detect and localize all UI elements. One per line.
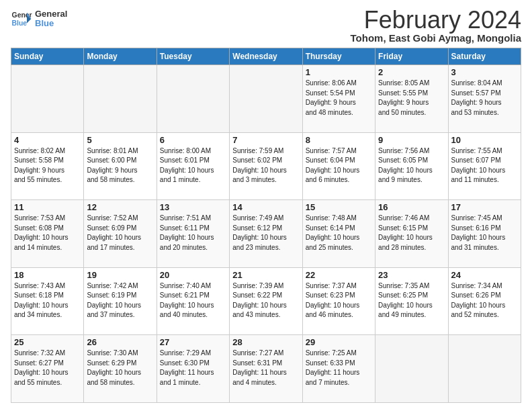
calendar-day-header: Friday [375, 48, 448, 65]
header: General Blue General Blue February 2024 … [11, 8, 521, 44]
day-number: 11 [14, 202, 81, 212]
svg-text:Blue: Blue [12, 19, 28, 27]
calendar-day-header: Wednesday [230, 48, 302, 65]
day-info: Sunrise: 7:52 AM Sunset: 6:09 PM Dayligh… [87, 214, 153, 253]
calendar-cell: 11Sunrise: 7:53 AM Sunset: 6:08 PM Dayli… [11, 200, 84, 268]
title-block: February 2024 Tohom, East Gobi Aymag, Mo… [351, 8, 521, 44]
calendar-cell: 18Sunrise: 7:43 AM Sunset: 6:18 PM Dayli… [11, 267, 84, 335]
day-info: Sunrise: 8:02 AM Sunset: 5:58 PM Dayligh… [14, 146, 81, 185]
logo: General Blue General Blue [11, 8, 67, 30]
day-number: 18 [14, 270, 81, 280]
calendar-cell: 23Sunrise: 7:35 AM Sunset: 6:25 PM Dayli… [375, 267, 448, 335]
day-info: Sunrise: 7:45 AM Sunset: 6:16 PM Dayligh… [451, 214, 518, 253]
day-info: Sunrise: 7:56 AM Sunset: 6:05 PM Dayligh… [378, 146, 445, 185]
day-number: 25 [14, 337, 81, 347]
calendar-day-header: Thursday [302, 48, 375, 65]
calendar-day-header: Saturday [448, 48, 521, 65]
calendar-cell: 1Sunrise: 8:06 AM Sunset: 5:54 PM Daylig… [302, 65, 375, 133]
day-number: 20 [160, 270, 226, 280]
calendar-cell: 13Sunrise: 7:51 AM Sunset: 6:11 PM Dayli… [157, 200, 229, 268]
day-number: 3 [451, 67, 518, 77]
day-number: 7 [232, 135, 299, 145]
day-info: Sunrise: 7:43 AM Sunset: 6:18 PM Dayligh… [14, 281, 81, 320]
calendar-day-header: Monday [84, 48, 157, 65]
calendar-cell: 5Sunrise: 8:01 AM Sunset: 6:00 PM Daylig… [84, 132, 157, 200]
day-number: 26 [87, 337, 153, 347]
main-title: February 2024 [351, 8, 521, 32]
day-info: Sunrise: 7:32 AM Sunset: 6:27 PM Dayligh… [14, 349, 81, 387]
calendar-day-header: Tuesday [157, 48, 229, 65]
day-info: Sunrise: 7:29 AM Sunset: 6:30 PM Dayligh… [160, 349, 226, 387]
day-number: 23 [378, 270, 445, 280]
calendar-cell: 26Sunrise: 7:30 AM Sunset: 6:29 PM Dayli… [84, 335, 157, 403]
day-info: Sunrise: 7:55 AM Sunset: 6:07 PM Dayligh… [451, 146, 518, 185]
day-number: 28 [232, 337, 299, 347]
calendar-cell: 20Sunrise: 7:40 AM Sunset: 6:21 PM Dayli… [157, 267, 229, 335]
day-info: Sunrise: 7:57 AM Sunset: 6:04 PM Dayligh… [306, 146, 372, 185]
calendar-cell: 2Sunrise: 8:05 AM Sunset: 5:55 PM Daylig… [375, 65, 448, 133]
day-number: 8 [306, 135, 372, 145]
day-number: 17 [451, 202, 518, 212]
day-info: Sunrise: 8:06 AM Sunset: 5:54 PM Dayligh… [306, 79, 372, 118]
day-info: Sunrise: 7:30 AM Sunset: 6:29 PM Dayligh… [87, 349, 153, 387]
day-number: 2 [378, 67, 445, 77]
calendar-cell [448, 335, 521, 403]
day-number: 5 [87, 135, 153, 145]
calendar-cell: 4Sunrise: 8:02 AM Sunset: 5:58 PM Daylig… [11, 132, 84, 200]
calendar-header-row: SundayMondayTuesdayWednesdayThursdayFrid… [11, 48, 521, 65]
calendar-week-row: 1Sunrise: 8:06 AM Sunset: 5:54 PM Daylig… [11, 65, 521, 133]
calendar-cell [157, 65, 229, 133]
calendar-week-row: 18Sunrise: 7:43 AM Sunset: 6:18 PM Dayli… [11, 267, 521, 335]
calendar-cell [375, 335, 448, 403]
calendar-week-row: 4Sunrise: 8:02 AM Sunset: 5:58 PM Daylig… [11, 132, 521, 200]
day-number: 27 [160, 337, 226, 347]
day-number: 15 [306, 202, 372, 212]
calendar-cell: 10Sunrise: 7:55 AM Sunset: 6:07 PM Dayli… [448, 132, 521, 200]
day-info: Sunrise: 7:34 AM Sunset: 6:26 PM Dayligh… [451, 281, 518, 320]
calendar-cell [230, 65, 302, 133]
calendar-table: SundayMondayTuesdayWednesdayThursdayFrid… [11, 48, 521, 403]
day-info: Sunrise: 7:40 AM Sunset: 6:21 PM Dayligh… [160, 281, 226, 320]
day-number: 12 [87, 202, 153, 212]
calendar-cell: 15Sunrise: 7:48 AM Sunset: 6:14 PM Dayli… [302, 200, 375, 268]
calendar-cell: 12Sunrise: 7:52 AM Sunset: 6:09 PM Dayli… [84, 200, 157, 268]
day-number: 24 [451, 270, 518, 280]
day-number: 10 [451, 135, 518, 145]
day-info: Sunrise: 7:48 AM Sunset: 6:14 PM Dayligh… [306, 214, 372, 253]
day-number: 9 [378, 135, 445, 145]
day-number: 4 [14, 135, 81, 145]
calendar-cell: 27Sunrise: 7:29 AM Sunset: 6:30 PM Dayli… [157, 335, 229, 403]
calendar-week-row: 11Sunrise: 7:53 AM Sunset: 6:08 PM Dayli… [11, 200, 521, 268]
day-number: 29 [306, 337, 372, 347]
calendar-cell: 25Sunrise: 7:32 AM Sunset: 6:27 PM Dayli… [11, 335, 84, 403]
calendar-cell [84, 65, 157, 133]
day-info: Sunrise: 8:04 AM Sunset: 5:57 PM Dayligh… [451, 79, 518, 118]
logo-icon: General Blue [11, 8, 32, 30]
calendar-cell: 29Sunrise: 7:25 AM Sunset: 6:33 PM Dayli… [302, 335, 375, 403]
day-info: Sunrise: 8:00 AM Sunset: 6:01 PM Dayligh… [160, 146, 226, 185]
day-info: Sunrise: 7:25 AM Sunset: 6:33 PM Dayligh… [306, 349, 372, 387]
subtitle: Tohom, East Gobi Aymag, Mongolia [351, 32, 521, 44]
day-number: 16 [378, 202, 445, 212]
day-number: 21 [232, 270, 299, 280]
calendar-cell: 3Sunrise: 8:04 AM Sunset: 5:57 PM Daylig… [448, 65, 521, 133]
calendar-day-header: Sunday [11, 48, 84, 65]
calendar-cell: 21Sunrise: 7:39 AM Sunset: 6:22 PM Dayli… [230, 267, 302, 335]
day-info: Sunrise: 7:46 AM Sunset: 6:15 PM Dayligh… [378, 214, 445, 253]
calendar-cell: 28Sunrise: 7:27 AM Sunset: 6:31 PM Dayli… [230, 335, 302, 403]
day-info: Sunrise: 8:01 AM Sunset: 6:00 PM Dayligh… [87, 146, 153, 185]
day-number: 6 [160, 135, 226, 145]
day-info: Sunrise: 7:39 AM Sunset: 6:22 PM Dayligh… [232, 281, 299, 320]
calendar-cell: 8Sunrise: 7:57 AM Sunset: 6:04 PM Daylig… [302, 132, 375, 200]
day-info: Sunrise: 7:27 AM Sunset: 6:31 PM Dayligh… [232, 349, 299, 387]
calendar-week-row: 25Sunrise: 7:32 AM Sunset: 6:27 PM Dayli… [11, 335, 521, 403]
day-number: 13 [160, 202, 226, 212]
day-info: Sunrise: 7:35 AM Sunset: 6:25 PM Dayligh… [378, 281, 445, 320]
day-number: 1 [306, 67, 372, 77]
calendar-cell: 7Sunrise: 7:59 AM Sunset: 6:02 PM Daylig… [230, 132, 302, 200]
day-info: Sunrise: 7:37 AM Sunset: 6:23 PM Dayligh… [306, 281, 372, 320]
day-info: Sunrise: 8:05 AM Sunset: 5:55 PM Dayligh… [378, 79, 445, 118]
day-number: 22 [306, 270, 372, 280]
calendar-cell [11, 65, 84, 133]
calendar-cell: 16Sunrise: 7:46 AM Sunset: 6:15 PM Dayli… [375, 200, 448, 268]
